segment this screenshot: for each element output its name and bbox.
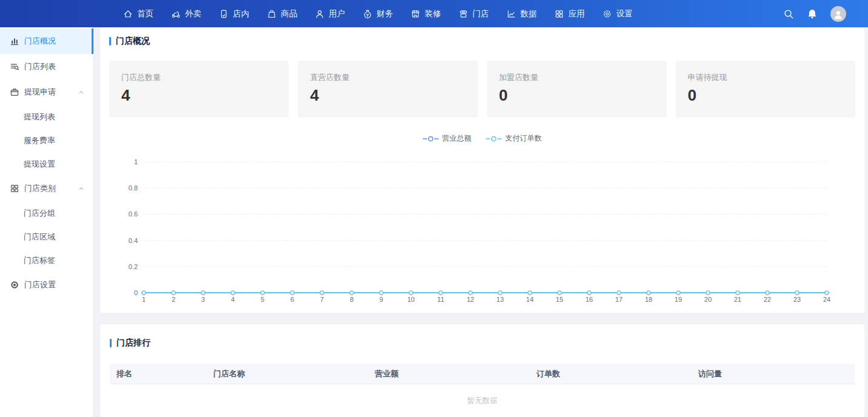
stat-value: 4: [310, 86, 465, 105]
scooter-icon: [171, 9, 181, 19]
sidebar-item-service-rate[interactable]: 服务费率: [0, 128, 93, 152]
sidebar-item-store-tag[interactable]: 门店标签: [0, 249, 93, 272]
chevron-up-icon: [78, 185, 85, 192]
svg-text:0.4: 0.4: [129, 237, 138, 244]
svg-text:14: 14: [526, 296, 533, 303]
stat-value: 0: [499, 86, 654, 105]
trend-chart-svg: 00.20.40.60.8112345678910111213141516171…: [109, 146, 855, 306]
main-content: 门店概况 门店总数量4直营店数量4加盟店数量0申请待提现0 营业总额支付订单数 …: [94, 27, 868, 417]
nav-item-user[interactable]: 用户: [315, 8, 345, 19]
nav-item-apps[interactable]: 应用: [554, 8, 585, 19]
stat-card-pending-withdraw: 申请待提现0: [676, 61, 855, 118]
sidebar-item-store-overview[interactable]: 门店概况: [0, 28, 93, 54]
nav-item-finance[interactable]: 财务: [363, 8, 393, 19]
svg-text:1: 1: [142, 296, 146, 303]
nav-item-home[interactable]: 首页: [123, 8, 153, 19]
nav-item-data[interactable]: 数据: [506, 8, 537, 19]
sidebar-item-store-settings[interactable]: 门店设置: [0, 272, 93, 298]
sidebar-item-withdraw-apply[interactable]: 提现申请: [0, 79, 93, 105]
bag-icon: [267, 9, 277, 19]
overview-card: 门店概况 门店总数量4直营店数量4加盟店数量0申请待提现0 营业总额支付订单数 …: [100, 27, 864, 313]
nav-item-label: 财务: [377, 8, 393, 19]
svg-text:11: 11: [437, 296, 444, 303]
nav-item-instore[interactable]: 店内: [219, 8, 249, 19]
sidebar-item-label: 门店概况: [24, 36, 56, 47]
nav-item-label: 设置: [616, 8, 633, 19]
nav-item-store[interactable]: 门店: [459, 8, 489, 19]
chart-legend: 营业总额支付订单数: [109, 133, 855, 144]
stats-row: 门店总数量4直营店数量4加盟店数量0申请待提现0: [109, 61, 855, 118]
nav-item-label: 用户: [329, 8, 345, 19]
svg-text:18: 18: [645, 296, 652, 303]
svg-text:8: 8: [350, 296, 354, 303]
nav-item-decorate[interactable]: 装修: [411, 8, 441, 19]
avatar[interactable]: [830, 6, 846, 22]
svg-text:22: 22: [764, 296, 771, 303]
nav-item-goods[interactable]: 商品: [267, 8, 297, 19]
svg-text:17: 17: [615, 296, 622, 303]
ranking-card: 门店排行 排名门店名称营业额订单数访问量 暂无数据: [100, 324, 864, 417]
title-accent-bar: [110, 339, 112, 347]
svg-text:7: 7: [320, 296, 324, 303]
column-header-store-name: 门店名称: [207, 369, 368, 379]
home-icon: [123, 9, 133, 19]
svg-text:19: 19: [675, 296, 682, 303]
sidebar-item-label: 提现申请: [24, 87, 56, 98]
sidebar-item-label: 门店标签: [24, 255, 55, 266]
sidebar-item-store-list[interactable]: 门店列表: [0, 54, 93, 79]
search-icon[interactable]: [783, 8, 794, 19]
sidebar-item-label: 门店分组: [24, 208, 55, 219]
svg-text:2: 2: [172, 296, 175, 303]
legend-item[interactable]: 支付订单数: [486, 133, 542, 144]
nav-item-label: 外卖: [185, 8, 201, 19]
ranking-title: 门店排行: [116, 338, 150, 349]
nav-item-settings[interactable]: 设置: [602, 8, 633, 19]
svg-text:0.8: 0.8: [129, 184, 138, 192]
svg-text:13: 13: [496, 296, 503, 303]
legend-label: 支付订单数: [505, 133, 542, 144]
stat-value: 0: [688, 86, 843, 105]
stat-card-direct-stores: 直营店数量4: [298, 61, 477, 118]
overview-section-title: 门店概况: [109, 36, 855, 47]
legend-label: 营业总额: [442, 133, 471, 144]
sidebar-item-label: 门店类别: [24, 183, 56, 194]
svg-text:5: 5: [261, 296, 264, 303]
legend-item[interactable]: 营业总额: [423, 133, 471, 144]
grid-icon: [10, 184, 19, 193]
trend-chart: 00.20.40.60.8112345678910111213141516171…: [109, 146, 855, 306]
column-header-orders: 订单数: [530, 369, 691, 379]
svg-text:21: 21: [734, 296, 741, 303]
stat-value: 4: [121, 86, 277, 105]
column-header-rank: 排名: [110, 369, 207, 379]
svg-text:1: 1: [134, 158, 138, 165]
wallet-icon: [10, 87, 19, 97]
sidebar-item-store-category[interactable]: 门店类别: [0, 176, 93, 201]
sidebar-item-label: 服务费率: [24, 135, 55, 146]
stat-label: 直营店数量: [310, 72, 465, 83]
sidebar-item-store-region[interactable]: 门店区域: [0, 225, 93, 249]
sidebar-item-label: 门店区域: [24, 232, 55, 242]
svg-text:0.6: 0.6: [129, 210, 138, 218]
bell-icon[interactable]: [807, 8, 818, 19]
stat-label: 加盟店数量: [499, 72, 654, 83]
shop-icon: [459, 9, 468, 19]
topbar: 首页外卖店内商品用户财务装修门店数据应用设置: [0, 0, 868, 27]
svg-text:4: 4: [231, 296, 235, 303]
sidebar-item-label: 门店设置: [24, 279, 56, 290]
instore-icon: [219, 9, 229, 19]
chart-line-icon: [506, 9, 516, 19]
title-accent-bar: [109, 37, 111, 45]
nav-item-takeout[interactable]: 外卖: [171, 8, 201, 19]
svg-text:10: 10: [407, 296, 414, 303]
stat-card-franchise-stores: 加盟店数量0: [487, 61, 667, 118]
stat-label: 申请待提现: [688, 72, 843, 83]
svg-text:9: 9: [380, 296, 383, 303]
column-header-visits: 访问量: [691, 369, 855, 379]
bar-chart-icon: [10, 36, 19, 46]
moneybag-icon: [363, 9, 372, 19]
svg-text:15: 15: [556, 296, 563, 303]
sidebar-item-withdraw-list[interactable]: 提现列表: [0, 105, 93, 128]
svg-text:3: 3: [201, 296, 205, 303]
sidebar-item-store-group[interactable]: 门店分组: [0, 201, 93, 225]
sidebar-item-withdraw-settings[interactable]: 提现设置: [0, 152, 93, 176]
